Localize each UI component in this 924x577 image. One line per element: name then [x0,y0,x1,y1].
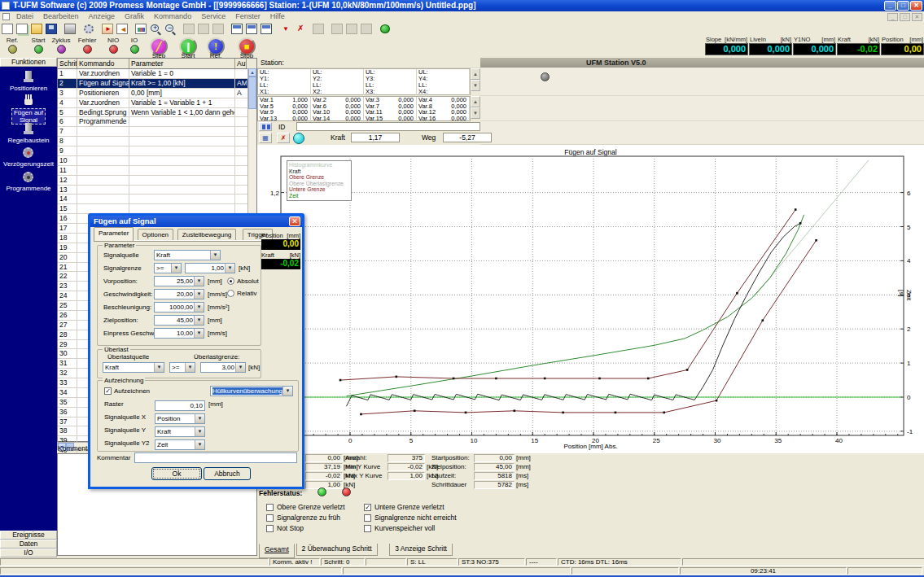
field-select-geschwindigkeit-[interactable]: 20,00▼ [154,289,204,299]
field-select-beschleunigung-[interactable]: 1000,00▼ [154,302,204,313]
chart-plot[interactable]: 05101520253035406543210-11,2 [257,143,924,453]
table-row[interactable]: 14 [58,195,256,204]
export-icon[interactable] [101,23,114,35]
marker-delete-icon[interactable] [293,23,306,35]
zoom-out-icon[interactable] [164,23,177,35]
maximize-button[interactable]: □ [897,1,909,11]
tile-horizontal-icon[interactable] [245,23,258,35]
ok-button[interactable]: Ok [151,467,202,480]
ueberlastgrenze-select[interactable]: 3,00▼ [200,362,246,373]
title-bar[interactable]: T-UFM Software (c) 2009 Promess Montage … [0,0,924,11]
ueberlast-op-select[interactable]: >=▼ [169,362,195,373]
column-header-parameter[interactable]: Parameter [129,59,235,68]
table-row[interactable]: 10 [58,156,256,166]
abbruch-button[interactable]: Abbruch [204,467,251,480]
table-row[interactable]: 6Programmende [58,117,256,127]
menu-item-hilfe[interactable]: Hilfe [265,11,290,22]
mdi-minimize-button[interactable]: _ [887,13,898,21]
cut-icon[interactable] [182,23,195,35]
flag-checkbox-kurvenspeicher-voll[interactable] [364,525,371,532]
zoom-in-icon[interactable] [149,23,162,35]
table-icon[interactable] [312,23,325,35]
limits-scroll-up[interactable]: ▲ [471,68,480,80]
delete-curve-button[interactable]: ✗ [277,133,290,143]
scroll-up-icon[interactable]: ▲ [248,68,256,76]
bottom-tab-2[interactable]: 2 Überwachung Schritt [296,544,378,556]
dialog-close-icon[interactable]: ✕ [289,216,300,226]
search-icon[interactable] [360,23,373,35]
table-row[interactable]: 7 [58,127,256,137]
sidebar-item-regelbaustein[interactable]: Regelbaustein [0,123,57,144]
table-row[interactable]: 5Bedingt.SprungWenn Variable 1 < 1,00 da… [58,108,256,118]
minimize-button[interactable]: _ [884,1,896,11]
flag-checkbox-not-stop[interactable] [266,525,274,532]
dialog-title-bar[interactable]: Fügen auf Signal [90,216,302,227]
field-select-zielposition-[interactable]: 45,00▼ [154,315,204,326]
flag-checkbox-signalgrenze-zu-fr-h[interactable] [266,514,274,522]
vars-scroll-down[interactable]: ▼ [471,107,480,119]
field-select-einpress-geschw-[interactable]: 10,00▼ [154,328,204,339]
table-row[interactable]: 4Var.zuordnenVariable 1 = Variable 1 + 1 [58,98,256,108]
mdi-restore-button[interactable]: □ [900,13,910,21]
sq-select-1[interactable]: Position▼ [155,413,205,424]
marker-down-icon[interactable] [278,23,291,35]
vars-scroll-up[interactable]: ▲ [471,96,480,107]
signalquelle-select[interactable]: Kraft▼ [154,250,221,260]
sidebar-button-ereignisse[interactable]: Ereignisse [0,531,57,540]
sq-select-2[interactable]: Kraft▼ [155,426,205,437]
flag-checkbox-untere-grenze-verletzt[interactable]: ✓ [364,504,371,511]
menu-item-grafik[interactable]: Grafik [120,11,149,22]
import-icon[interactable] [116,23,129,35]
sidebar-button-daten[interactable]: Daten [0,540,57,549]
aufzeichnen-checkbox[interactable]: ✓ [104,387,112,395]
status-led-icon[interactable] [379,23,392,35]
bottom-tab-3[interactable]: 3 Anzeige Schritt [389,544,453,556]
signalgrenze-value-select[interactable]: 1,00▼ [185,263,235,273]
duplicate-icon[interactable] [345,23,358,35]
table-row[interactable]: 11 [58,166,256,176]
kommentar-input[interactable] [134,452,297,463]
menu-item-kommando[interactable]: Kommando [149,11,196,22]
id-users-icon[interactable] [259,122,272,131]
radio-absolut[interactable] [227,278,234,285]
menu-item-anzeige[interactable]: Anzeige [84,11,120,22]
table-row[interactable]: 3Positionieren0,00 [mm]A [58,89,256,98]
menu-item-datei[interactable]: Datei [11,11,38,22]
table-row[interactable]: 9 [58,146,256,156]
sidebar-item-verz-gerungszeit[interactable]: Verzögerungszeit [0,146,57,168]
dialog-tab-parameter[interactable]: Parameter [94,227,134,241]
ueberwachung-select[interactable]: Hüllkurvenüberwachung▼ [210,386,293,396]
cascade-windows-icon[interactable] [230,23,243,35]
column-header-aufr[interactable]: Aufr [235,59,247,68]
mdi-close-button[interactable]: ✕ [912,13,922,21]
signalgrenze-op-select[interactable]: >=▼ [154,263,182,273]
close-button[interactable]: ✕ [910,1,922,11]
flag-checkbox-signalgrenze-nicht-erreicht[interactable] [364,514,371,522]
print-icon[interactable] [63,23,77,35]
column-header-kommando[interactable]: Kommando [77,59,129,68]
table-row[interactable]: 1Var.zuordnenVariable 1 = 0 [58,69,256,79]
new-template-icon[interactable] [15,23,28,35]
table-row[interactable]: 12 [58,176,256,186]
dialog-tab-zustellbewegung[interactable]: Zustellbewegung [177,229,236,241]
table-row[interactable]: 8 [58,137,256,146]
menu-item-bearbeiten[interactable]: Bearbeiten [38,11,84,22]
table-row[interactable]: 13 [58,186,256,195]
column-header-schritt[interactable]: Schritt [58,59,77,68]
field-select-vorposition-[interactable]: 25,00▼ [154,276,204,286]
dialog-tab-optionen[interactable]: Optionen [138,229,173,241]
menu-item-fenster[interactable]: Fenster [230,11,265,22]
sidebar-button-io[interactable]: I/O [0,549,57,557]
sidebar-item-programmende[interactable]: Programmende [0,171,57,192]
limits-scroll-down[interactable]: ▼ [471,80,480,91]
sidebar-item-f-gen-auf-signal[interactable]: Fügen aufSignal [0,94,57,125]
copy-icon[interactable] [197,23,210,35]
raster-input[interactable]: 0,10 [155,400,205,411]
sidebar-header[interactable]: Funktionen [0,58,57,67]
flag-checkbox-obere-grenze-verletzt[interactable] [266,504,274,511]
list-icon[interactable] [331,23,344,35]
new-file-icon[interactable] [1,23,14,35]
chart-icon[interactable] [134,23,147,35]
tile-vertical-icon[interactable] [260,23,273,35]
bottom-tab-1[interactable]: Gesamt [259,544,295,558]
